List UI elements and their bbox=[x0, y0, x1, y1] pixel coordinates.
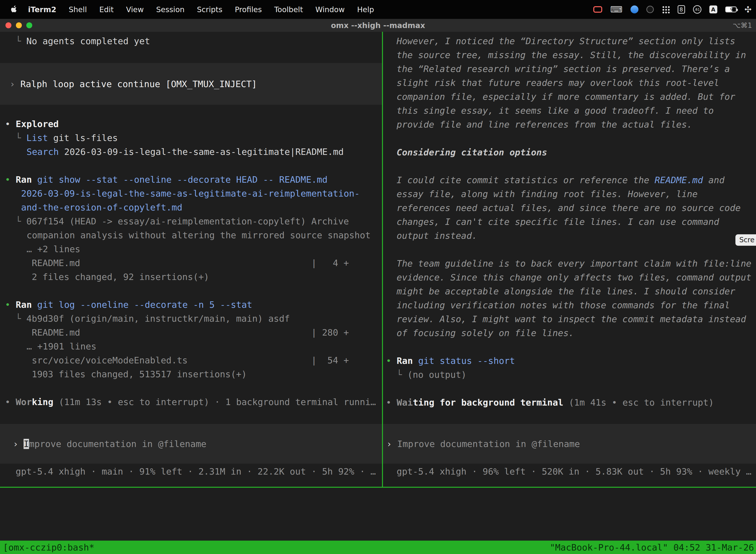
waiting-status-line: • Waiting for background terminal (1m 41… bbox=[386, 396, 756, 409]
reasoning-line: I could cite commit statistics or refere… bbox=[386, 173, 756, 187]
prompt-chevron: › bbox=[10, 79, 20, 89]
reasoning-line: provide file and line references from th… bbox=[386, 118, 756, 131]
menu-scripts[interactable]: Scripts bbox=[191, 5, 229, 14]
menu-window[interactable]: Window bbox=[309, 5, 351, 14]
bullet: • bbox=[5, 174, 16, 185]
menu-view[interactable]: View bbox=[120, 5, 150, 14]
text-cursor: I bbox=[23, 439, 29, 449]
git-log-stat-1: README.md | 280 + bbox=[5, 326, 382, 340]
reasoning-line: references need actual files, and since … bbox=[386, 201, 756, 215]
ran-git-show-arg2: and-the-erosion-of-copyleft.md bbox=[5, 201, 382, 214]
reasoning-line: companion file, especially if more comme… bbox=[386, 90, 756, 104]
bullet: • bbox=[386, 356, 397, 366]
prompt-chevron: › bbox=[13, 439, 23, 449]
git-log-stat-2: src/voice/voiceModeEnabled.ts | 54 + bbox=[5, 353, 382, 367]
git-show-stat-1: README.md | 4 + bbox=[5, 256, 382, 270]
reasoning-line: might be acceptable alongside the file l… bbox=[386, 284, 756, 298]
bullet: • bbox=[5, 299, 16, 310]
explored-search-line: Search 2026-03-09-is-legal-the-same-as-l… bbox=[5, 145, 382, 159]
menu-iterm2[interactable]: iTerm2 bbox=[22, 5, 63, 14]
app-icon-blue[interactable] bbox=[630, 5, 638, 13]
pane-divider-horizontal bbox=[0, 487, 756, 488]
tmux-status-bar: [omx-cczip0:bash* "MacBook-Pro-44.local"… bbox=[0, 541, 756, 554]
git-show-stat-2: 2 files changed, 92 insertions(+) bbox=[5, 270, 382, 284]
minimize-button[interactable] bbox=[16, 22, 22, 28]
key-8-icon[interactable]: 8 bbox=[678, 5, 685, 14]
input-source-icon[interactable]: A bbox=[709, 5, 717, 13]
fan-icon[interactable]: ✣ bbox=[745, 4, 752, 14]
zoom-button[interactable] bbox=[26, 22, 32, 28]
app-icon-dark[interactable] bbox=[646, 6, 654, 13]
bullet: • bbox=[386, 397, 397, 407]
reasoning-line: evidence. Since this change only affects… bbox=[386, 271, 756, 284]
title-bar[interactable]: omx --xhigh --madmax ⌥⌘1 bbox=[0, 19, 756, 32]
reasoning-line: the “Related research writing” section i… bbox=[386, 62, 756, 76]
tree-connector: └ bbox=[16, 133, 26, 143]
menu-profiles[interactable]: Profiles bbox=[229, 5, 268, 14]
git-show-output-1: └ 067f154 (HEAD -> essay/ai-reimplementa… bbox=[5, 214, 382, 228]
ralph-loop-banner: › Ralph loop active continue [OMX_TMUX_I… bbox=[0, 63, 382, 105]
reasoning-line: review. Also, I might want to inspect th… bbox=[386, 312, 756, 326]
dots-grid-icon[interactable] bbox=[662, 5, 670, 13]
git-log-stat-3: 1903 files changed, 513517 insertions(+) bbox=[5, 367, 382, 381]
reasoning-line: the source tree, missing the essay. Stil… bbox=[386, 48, 756, 62]
reasoning-line: essay file, along with finding root file… bbox=[386, 187, 756, 201]
menu-bar: iTerm2 Shell Edit View Session Scripts P… bbox=[0, 0, 756, 19]
bullet: • bbox=[5, 119, 16, 129]
tree-connector: └ bbox=[397, 370, 407, 380]
explored-line: • Explored bbox=[5, 117, 382, 131]
readme-link[interactable]: README.md bbox=[654, 175, 703, 185]
reasoning-line: including verification notes with those … bbox=[386, 298, 756, 312]
screen-edge-tooltip[interactable]: Scre bbox=[736, 234, 756, 246]
tmux-session-name: [omx-cczip0:bash* bbox=[3, 542, 94, 553]
git-log-more[interactable]: … +1901 lines bbox=[5, 340, 382, 353]
reasoning-heading: Considering citation options bbox=[386, 146, 756, 159]
bullet: • bbox=[5, 397, 16, 407]
git-log-output-1: └ 4b9d30f (origin/main, instructkr/main,… bbox=[5, 312, 382, 326]
window-title: omx --xhigh --madmax bbox=[331, 21, 425, 30]
git-show-more[interactable]: … +2 lines bbox=[5, 242, 382, 256]
screen-recording-icon[interactable] bbox=[593, 6, 602, 13]
model-status-line: gpt-5.4 xhigh · main · 91% left · 2.31M … bbox=[5, 465, 382, 479]
reasoning-line: The team guideline is to back every impo… bbox=[386, 257, 756, 271]
prompt-chevron: › bbox=[386, 439, 397, 449]
battery-icon[interactable]: ϟ bbox=[725, 6, 737, 12]
keyboard-icon[interactable]: ⌨ bbox=[610, 4, 622, 14]
menu-edit[interactable]: Edit bbox=[93, 5, 120, 14]
reasoning-line: this single essay, it seems like a good … bbox=[386, 104, 756, 118]
tmux-host-time: "MacBook-Pro-44.local" 04:52 31-Mar-26 bbox=[550, 542, 754, 553]
bolt-icon: ϟ bbox=[729, 6, 733, 12]
ran-git-log-line: • Ran git log --oneline --decorate -n 5 … bbox=[5, 298, 382, 312]
git-show-output-2: companion analysis without altering the … bbox=[5, 228, 382, 242]
apple-logo bbox=[10, 5, 17, 14]
terminal-window: └ No agents completed yet › Ralph loop a… bbox=[0, 32, 756, 554]
menu-session[interactable]: Session bbox=[150, 5, 191, 14]
ran-git-status-line: • Ran git status --short bbox=[386, 354, 756, 368]
menu-help[interactable]: Help bbox=[351, 5, 380, 14]
reasoning-line: of focusing solely on file lines. bbox=[386, 326, 756, 340]
model-status-line: gpt-5.4 xhigh · 96% left · 520K in · 5.8… bbox=[386, 465, 756, 479]
git-status-output: └ (no output) bbox=[386, 368, 756, 382]
no-agents-line: └ No agents completed yet bbox=[5, 34, 382, 48]
right-pane[interactable]: However, I noticed the “Directory Struct… bbox=[383, 32, 756, 487]
tree-connector: └ bbox=[16, 36, 26, 46]
ran-git-show-arg1: 2026-03-09-is-legal-the-same-as-legitima… bbox=[5, 187, 382, 201]
reasoning-line: output instead. bbox=[386, 229, 756, 243]
reasoning-line: However, I noticed the “Directory Struct… bbox=[386, 34, 756, 48]
prompt-input[interactable]: › Improve documentation in @filename bbox=[383, 424, 756, 464]
explored-list-line: └ List git ls-files bbox=[5, 131, 382, 145]
menu-toolbelt[interactable]: Toolbelt bbox=[268, 5, 309, 14]
window-shortcut: ⌥⌘1 bbox=[733, 21, 752, 30]
close-button[interactable] bbox=[5, 22, 11, 28]
omx-status-bar: [OMX#0.11.9]cczip/essay/ai-reimplementat… bbox=[0, 494, 756, 508]
apple-menu[interactable] bbox=[8, 5, 22, 14]
tree-connector: └ bbox=[16, 314, 26, 324]
menu-shell[interactable]: Shell bbox=[63, 5, 93, 14]
left-pane[interactable]: └ No agents completed yet › Ralph loop a… bbox=[0, 32, 382, 487]
reasoning-line: changes, I can't cite specific file line… bbox=[386, 215, 756, 229]
working-status-line: • Working (11m 13s • esc to interrupt) ·… bbox=[5, 395, 382, 409]
prompt-input[interactable]: › Improve documentation in @filename bbox=[0, 424, 382, 464]
reasoning-line: slight risk that future readers may over… bbox=[386, 76, 756, 90]
gauge-icon[interactable]: .61 bbox=[693, 5, 701, 14]
ran-git-show-line: • Ran git show --stat --oneline --decora… bbox=[5, 173, 382, 187]
